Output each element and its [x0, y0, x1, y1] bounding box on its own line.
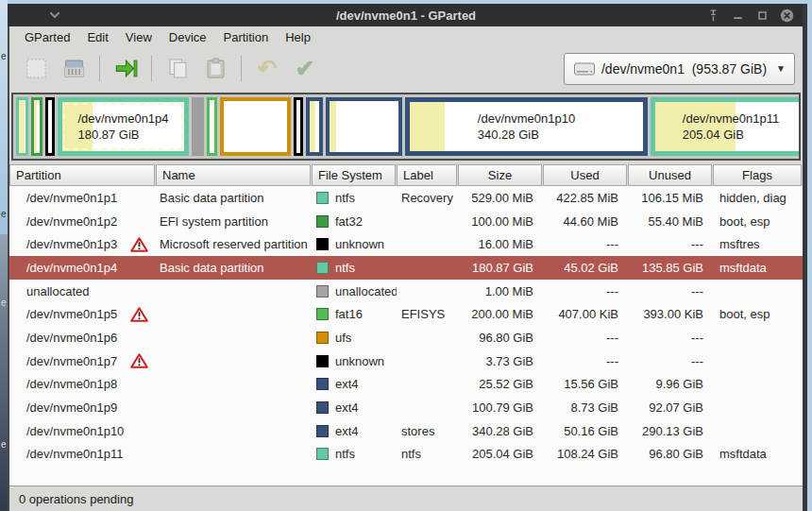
table-row-dev-nvme0n1p6[interactable]: /dev/nvme0n1p6ufs96.80 GiB------	[9, 326, 803, 349]
statusbar: 0 operations pending	[9, 485, 803, 511]
new-partition-button	[17, 52, 55, 86]
resize-move-icon	[113, 56, 139, 81]
menu-item-help[interactable]: Help	[277, 27, 319, 47]
partition-name: Basic data partition	[156, 191, 312, 205]
apply-icon: ✔	[296, 56, 315, 81]
column-header-name[interactable]: Name	[156, 164, 311, 186]
partition-flags: boot, esp	[713, 307, 803, 321]
minimize-button[interactable]	[730, 8, 746, 24]
filesystem-type: ntfs	[335, 191, 355, 205]
toolbar-separator	[241, 56, 242, 81]
partition-used: 422.85 MiB	[543, 191, 628, 205]
partition-unused: ---	[628, 237, 713, 251]
partition-segment-p11[interactable]: /dev/nvme0n1p11205.04 GiB	[651, 97, 801, 156]
partition-flags: msftres	[713, 237, 803, 251]
table-row-dev-nvme0n1p10[interactable]: /dev/nvme0n1p10ext4stores340.28 GiB50.16…	[9, 419, 803, 443]
column-header-partition[interactable]: Partition	[9, 164, 155, 186]
partition-bar-area: /dev/nvme0n1p4180.87 GiB/dev/nvme0n1p103…	[9, 89, 803, 164]
partition-segment-p10[interactable]: /dev/nvme0n1p10340.28 GiB	[405, 97, 648, 156]
partition-segment-unallocated[interactable]	[192, 97, 204, 156]
paste-icon	[203, 56, 228, 81]
partition-path: /dev/nvme0n1p6	[26, 331, 117, 345]
menu-item-device[interactable]: Device	[161, 27, 215, 47]
drive-icon	[573, 60, 596, 77]
partition-unused: ---	[628, 284, 713, 298]
table-row-unallocated[interactable]: unallocatedunallocated1.00 MiB------	[9, 280, 803, 303]
partition-path: /dev/nvme0n1p11	[26, 447, 123, 461]
partition-segment-p7[interactable]	[294, 97, 303, 156]
table-row-dev-nvme0n1p11[interactable]: /dev/nvme0n1p11ntfsntfs205.04 GiB108.24 …	[9, 443, 803, 467]
table-row-dev-nvme0n1p9[interactable]: /dev/nvme0n1p9ext4100.79 GiB8.73 GiB92.0…	[9, 396, 803, 419]
filesystem-type: unknown	[335, 354, 384, 368]
column-header-flags[interactable]: Flags	[713, 164, 802, 186]
partition-segment-p5[interactable]	[207, 97, 217, 156]
partition-segment-p3[interactable]	[45, 97, 55, 156]
filesystem-type: ext4	[335, 377, 359, 391]
table-row-dev-nvme0n1p7[interactable]: /dev/nvme0n1p7unknown3.73 GiB------	[9, 349, 803, 373]
partition-path: /dev/nvme0n1p10	[26, 424, 124, 438]
menu-item-gparted[interactable]: GParted	[16, 27, 78, 47]
pin-icon	[705, 8, 721, 24]
partition-size: 1.00 MiB	[458, 284, 543, 298]
partition-segment-p6[interactable]	[220, 97, 291, 156]
toolbar-separator	[99, 56, 100, 81]
undo-icon: ↶	[258, 56, 278, 81]
filesystem-type: unallocated	[335, 284, 397, 298]
partition-label: stores	[397, 424, 458, 438]
partition-size: 340.28 GiB	[458, 424, 543, 438]
warning-icon	[130, 352, 148, 369]
close-icon	[779, 8, 795, 24]
partition-used: 108.24 GiB	[543, 447, 628, 461]
partition-used: 8.73 GiB	[543, 400, 628, 415]
filesystem-color-swatch	[316, 308, 329, 320]
partition-path: /dev/nvme0n1p8	[26, 377, 117, 391]
partition-segment-p8[interactable]	[306, 97, 323, 156]
menu-item-partition[interactable]: Partition	[215, 27, 278, 47]
table-row-dev-nvme0n1p8[interactable]: /dev/nvme0n1p8ext425.52 GiB15.56 GiB9.96…	[9, 373, 803, 397]
partition-segment-p1[interactable]	[16, 97, 28, 156]
partition-unused: 55.40 MiB	[628, 214, 713, 229]
partition-name: EFI system partition	[156, 214, 312, 229]
partition-label: ntfs	[397, 447, 458, 461]
menu-item-edit[interactable]: Edit	[78, 27, 116, 47]
partition-unused: 9.96 GiB	[628, 377, 713, 391]
desktop-icon-label-fragment: e	[1, 52, 7, 61]
undo-button: ↶	[248, 52, 286, 86]
partition-unused: 96.80 GiB	[628, 447, 713, 461]
filesystem-color-swatch	[316, 215, 329, 228]
window-menu-chevron-down-icon[interactable]	[47, 8, 62, 23]
column-header-used[interactable]: Used	[543, 164, 627, 186]
partition-size: 205.04 GiB	[458, 447, 543, 461]
desktop-icon-label-fragment: e	[1, 440, 7, 450]
partition-path: /dev/nvme0n1p2	[26, 214, 117, 229]
partition-size: 16.00 MiB	[458, 237, 543, 251]
menu-item-view[interactable]: View	[117, 27, 161, 47]
resize-move-button[interactable]	[107, 52, 144, 86]
window-title: /dev/nvme0n1 - GParted	[336, 9, 476, 23]
table-row-dev-nvme0n1p1[interactable]: /dev/nvme0n1p1Basic data partitionntfsRe…	[9, 186, 803, 210]
desktop-icon-label-fragment: e	[1, 298, 7, 308]
table-row-dev-nvme0n1p2[interactable]: /dev/nvme0n1p2EFI system partitionfat321…	[9, 210, 803, 233]
gparted-window: /dev/nvme0n1 - GParted GPartedEditViewDe…	[8, 4, 807, 511]
delete-partition-button	[55, 52, 93, 86]
column-header-size[interactable]: Size	[458, 164, 542, 186]
pin-button[interactable]	[705, 8, 721, 24]
table-row-dev-nvme0n1p3[interactable]: /dev/nvme0n1p3Microsoft reserved partiti…	[9, 232, 803, 256]
column-header-file-system[interactable]: File System	[312, 164, 396, 186]
table-body: /dev/nvme0n1p1Basic data partitionntfsRe…	[9, 186, 803, 485]
partition-segment-p2[interactable]	[31, 97, 42, 156]
titlebar[interactable]: /dev/nvme0n1 - GParted	[8, 4, 803, 26]
maximize-button[interactable]	[754, 8, 770, 24]
partition-path: /dev/nvme0n1p1	[26, 191, 117, 205]
partition-segment-p9[interactable]	[326, 97, 402, 156]
partition-segment-p4[interactable]: /dev/nvme0n1p4180.87 GiB	[58, 97, 189, 156]
table-row-dev-nvme0n1p4[interactable]: /dev/nvme0n1p4Basic data partitionntfs18…	[9, 256, 803, 280]
filesystem-type: ntfs	[335, 447, 355, 461]
partition-flags: hidden, diag	[713, 191, 803, 205]
table-row-dev-nvme0n1p5[interactable]: /dev/nvme0n1p5fat16EFISYS200.00 MiB407.0…	[9, 302, 803, 326]
close-button[interactable]	[779, 8, 795, 24]
column-header-unused[interactable]: Unused	[628, 164, 712, 186]
filesystem-type: fat16	[335, 307, 363, 321]
device-selector[interactable]: /dev/nvme0n1 (953.87 GiB) ▼	[564, 53, 795, 85]
column-header-label[interactable]: Label	[397, 164, 457, 186]
